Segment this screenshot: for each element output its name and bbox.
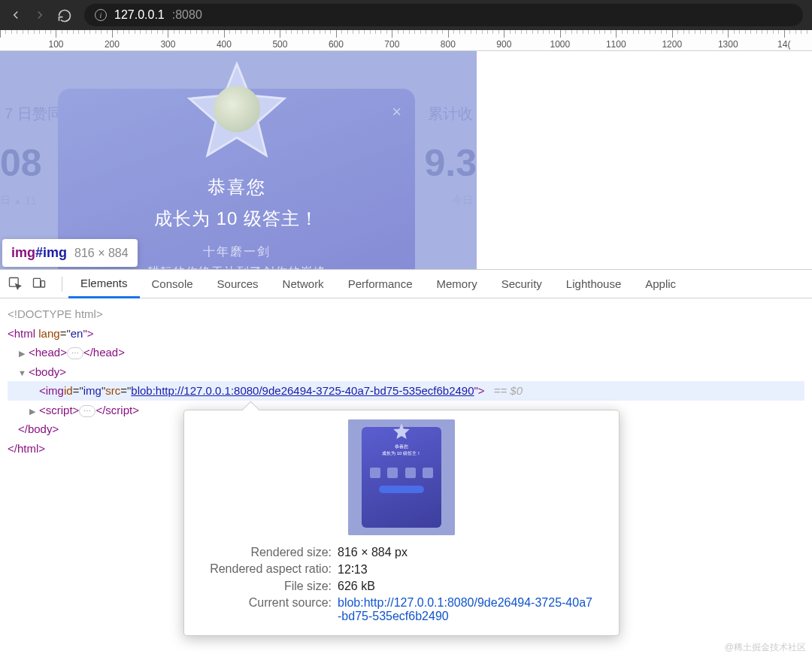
- url-port: :8080: [172, 8, 202, 22]
- aspect-ratio-label: Rendered aspect ratio:: [193, 562, 338, 577]
- aspect-ratio-value: 12∶13: [338, 562, 368, 577]
- current-source-label: Current source:: [193, 596, 338, 623]
- expand-icon[interactable]: ▶: [29, 404, 36, 419]
- tab-elements[interactable]: Elements: [68, 270, 140, 298]
- modal-title: 恭喜您: [58, 175, 415, 199]
- image-preview-popover: 恭喜您 成长为 10 级答主！ Rendered size:816 × 884 …: [183, 410, 620, 636]
- img-src-link[interactable]: blob:http://127.0.0.1:8080/9de26494-3725…: [131, 381, 474, 401]
- eq-zero: == $0: [494, 381, 523, 401]
- back-button[interactable]: [9, 8, 23, 22]
- avatar: [214, 86, 260, 132]
- ruler-label: 200: [105, 39, 120, 50]
- close-icon[interactable]: ×: [392, 102, 401, 122]
- hover-tag: img: [11, 245, 35, 260]
- page-right-blank: [477, 51, 812, 269]
- file-size-label: File size:: [193, 580, 338, 593]
- watermark: @稀土掘金技术社区: [725, 641, 806, 654]
- file-size-value: 626 kB: [338, 580, 375, 593]
- ruler-label: 1100: [606, 39, 626, 50]
- ruler-label: 600: [329, 39, 344, 50]
- dom-html-open[interactable]: <html lang="en">: [8, 324, 804, 344]
- up-arrow-icon: ▲: [14, 196, 22, 205]
- stat-left-number: 08: [0, 141, 42, 185]
- stat-left-today-prefix: 日: [0, 194, 11, 207]
- url-host: 127.0.0.1: [114, 8, 165, 22]
- reload-button[interactable]: [57, 8, 71, 22]
- ruler-label: 400: [217, 39, 232, 50]
- ellipsis-icon[interactable]: ⋯: [79, 405, 95, 417]
- svg-rect-2: [41, 280, 45, 286]
- rendered-size-value: 816 × 884 px: [338, 546, 408, 559]
- rendered-size-label: Rendered size:: [193, 546, 338, 559]
- expand-icon[interactable]: ▶: [18, 347, 26, 361]
- nav-arrows: [9, 8, 71, 22]
- stat-right-label: 累计收: [428, 104, 473, 124]
- element-hover-badge: img#img 816 × 884: [2, 239, 138, 267]
- star-badge: [184, 59, 289, 164]
- url-bar[interactable]: i 127.0.0.1:8080: [84, 4, 803, 26]
- tab-console[interactable]: Console: [140, 270, 205, 298]
- ruler: 1002003004005006007008009001000110012001…: [0, 30, 812, 51]
- device-toggle-icon[interactable]: [32, 276, 48, 292]
- ruler-label: 800: [441, 39, 456, 50]
- hover-dimensions: 816 × 884: [74, 247, 129, 260]
- tab-security[interactable]: Security: [489, 270, 554, 298]
- ruler-label: 1000: [550, 39, 570, 50]
- stat-right-today: 今日: [452, 194, 473, 207]
- ruler-label: 300: [160, 39, 175, 50]
- stat-left-label: 7 日赞同: [5, 104, 62, 124]
- inspect-icon[interactable]: [8, 276, 24, 292]
- tab-memory[interactable]: Memory: [425, 270, 489, 298]
- stat-right-number: 9.3: [424, 141, 477, 185]
- dom-img-selected[interactable]: <img id="img" src="blob:http://127.0.0.1…: [8, 381, 804, 401]
- page-viewport: 7 日赞同 08 日 ▲ 11 累计收 9.3 今日 × 恭喜您 成长为 10 …: [0, 51, 477, 269]
- modal-subtitle: 成长为 10 级答主！: [58, 207, 415, 231]
- tab-lighthouse[interactable]: Lighthouse: [554, 270, 633, 298]
- tab-application[interactable]: Applic: [633, 270, 688, 298]
- devtools-panel: Elements Console Sources Network Perform…: [0, 269, 812, 660]
- preview-thumbnail: 恭喜您 成长为 10 级答主！: [348, 419, 455, 535]
- dom-body-open[interactable]: ▼<body>: [8, 362, 804, 382]
- forward-button[interactable]: [33, 8, 47, 22]
- devtools-tabs: Elements Console Sources Network Perform…: [0, 270, 812, 298]
- ruler-label: 1200: [662, 39, 682, 50]
- dom-head[interactable]: ▶<head>⋯</head>: [8, 343, 804, 362]
- ruler-label: 1300: [718, 39, 738, 50]
- info-icon[interactable]: i: [95, 9, 107, 21]
- ellipsis-icon[interactable]: ⋯: [67, 347, 83, 359]
- ruler-label: 700: [384, 39, 399, 50]
- ruler-label: 500: [272, 39, 287, 50]
- browser-toolbar: i 127.0.0.1:8080: [0, 0, 812, 30]
- svg-rect-1: [34, 278, 41, 287]
- tab-network[interactable]: Network: [271, 270, 336, 298]
- hover-id: #img: [35, 245, 67, 260]
- current-source-link[interactable]: blob:http://127.0.0.1:8080/9de26494-3725…: [338, 596, 593, 623]
- stat-left-today-value: 11: [25, 195, 37, 207]
- tab-sources[interactable]: Sources: [205, 270, 271, 298]
- stat-left-today: 日 ▲ 11: [0, 194, 36, 207]
- ruler-label: 100: [48, 39, 63, 50]
- tab-performance[interactable]: Performance: [336, 270, 425, 298]
- ruler-label: 900: [496, 39, 511, 50]
- collapse-icon[interactable]: ▼: [18, 366, 26, 380]
- dom-doctype[interactable]: <!DOCTYPE html>: [8, 304, 804, 324]
